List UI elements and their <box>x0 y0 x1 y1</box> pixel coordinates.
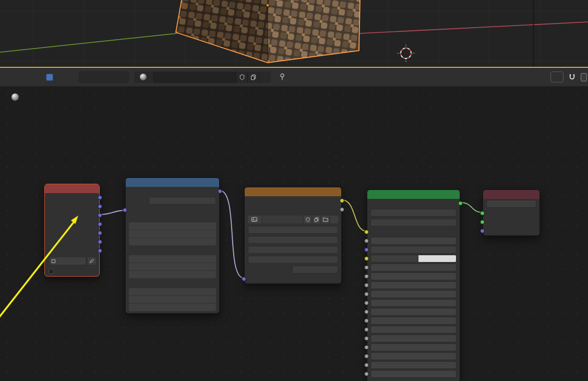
socket-float[interactable] <box>364 354 369 359</box>
source-dropdown[interactable] <box>248 256 338 264</box>
node-mapping[interactable] <box>125 177 220 314</box>
browse-image-button[interactable] <box>248 216 261 223</box>
socket-float[interactable] <box>364 292 369 296</box>
socket-float[interactable] <box>364 301 369 305</box>
socket-color[interactable] <box>340 198 344 203</box>
scale-z-field[interactable] <box>129 304 216 311</box>
new-material-button[interactable] <box>248 72 259 83</box>
socket-float[interactable] <box>364 239 369 243</box>
socket-float[interactable] <box>364 309 369 314</box>
interpolation-dropdown[interactable] <box>248 226 338 234</box>
specular-slider[interactable] <box>370 290 457 298</box>
subsurface-ior-slider[interactable] <box>370 264 457 271</box>
parent-up-button[interactable] <box>550 72 563 82</box>
metallic-slider[interactable] <box>370 281 457 289</box>
node-header[interactable] <box>245 187 341 196</box>
socket-color[interactable] <box>364 230 369 234</box>
roughness-slider[interactable] <box>370 308 457 316</box>
projection-dropdown[interactable] <box>248 236 338 244</box>
color-space-dropdown[interactable] <box>292 266 338 273</box>
location-z-field[interactable] <box>129 238 216 245</box>
rotation-y-field[interactable] <box>129 263 216 270</box>
from-instancer-checkbox[interactable] <box>49 269 54 274</box>
subsurface-slider[interactable] <box>370 237 457 245</box>
socket-shader[interactable] <box>480 211 485 216</box>
socket-color[interactable] <box>364 256 369 261</box>
socket-shader[interactable] <box>480 220 485 224</box>
node-header[interactable] <box>45 184 99 193</box>
socket-float[interactable] <box>364 336 369 341</box>
socket-vector[interactable] <box>123 208 127 212</box>
new-image-button[interactable] <box>313 216 320 223</box>
socket-float[interactable] <box>364 327 369 332</box>
socket-vector[interactable] <box>242 277 246 281</box>
anisotropic-rotation-slider[interactable] <box>370 326 457 334</box>
node-header[interactable] <box>367 190 460 199</box>
clearcoat-roughness-slider[interactable] <box>370 361 457 369</box>
extension-dropdown[interactable] <box>248 246 338 254</box>
location-x-field[interactable] <box>129 222 216 230</box>
distribution-dropdown[interactable] <box>370 209 457 217</box>
subsurface-anisotropy-slider[interactable] <box>370 272 457 280</box>
clearcoat-slider[interactable] <box>370 352 457 360</box>
socket-vector[interactable] <box>480 229 485 233</box>
socket-vector[interactable] <box>364 247 369 252</box>
mapping-type-dropdown[interactable] <box>149 197 216 205</box>
node-texture-coordinate[interactable] <box>44 184 100 277</box>
subsurface-color-swatch[interactable] <box>418 255 457 263</box>
socket-float[interactable] <box>364 274 369 279</box>
socket-vector[interactable] <box>98 222 102 227</box>
scale-y-field[interactable] <box>129 296 216 303</box>
textured-cube[interactable] <box>176 0 360 63</box>
anisotropic-slider[interactable] <box>370 317 457 325</box>
image-name-field[interactable] <box>262 216 303 223</box>
socket-float[interactable] <box>364 265 369 270</box>
fake-user-shield-button[interactable] <box>304 216 311 223</box>
fake-user-shield-button[interactable] <box>236 72 248 83</box>
node-header[interactable] <box>483 190 539 199</box>
eyedropper-button[interactable] <box>88 257 96 265</box>
socket-vector[interactable] <box>98 231 102 235</box>
overlay-options-icon[interactable] <box>581 73 587 82</box>
node-header[interactable] <box>126 178 219 187</box>
snap-magnet-icon[interactable] <box>568 73 576 81</box>
browse-material-button[interactable] <box>134 72 154 83</box>
specular-tint-slider[interactable] <box>370 299 457 307</box>
socket-vector[interactable] <box>98 240 102 244</box>
node-principled-bsdf[interactable] <box>367 189 460 381</box>
socket-float[interactable] <box>364 318 369 323</box>
subsurface-radius-dropdown[interactable] <box>370 246 457 254</box>
socket-float[interactable] <box>340 207 344 212</box>
sheen-tint-slider[interactable] <box>370 343 457 351</box>
3d-viewport[interactable] <box>0 0 588 67</box>
node-image-texture[interactable] <box>244 187 342 284</box>
socket-float[interactable] <box>364 345 369 350</box>
socket-float[interactable] <box>364 372 369 376</box>
sheen-slider[interactable] <box>370 335 457 342</box>
pin-button[interactable] <box>279 73 285 81</box>
shader-node-editor[interactable] <box>0 87 588 381</box>
socket-vector[interactable] <box>98 204 102 209</box>
material-name-field[interactable] <box>154 72 236 83</box>
socket-shader[interactable] <box>458 201 463 206</box>
material-slot-dropdown[interactable] <box>79 72 129 83</box>
rotation-z-field[interactable] <box>129 271 216 278</box>
socket-float[interactable] <box>364 283 369 288</box>
target-dropdown[interactable] <box>486 200 536 208</box>
subsurface-method-dropdown[interactable] <box>370 219 457 227</box>
socket-vector[interactable] <box>218 189 222 194</box>
socket-vector[interactable] <box>98 195 102 200</box>
unlink-image-button[interactable] <box>330 216 338 223</box>
ior-slider[interactable] <box>370 370 457 378</box>
object-field[interactable] <box>50 257 86 265</box>
scale-x-field[interactable] <box>129 288 216 295</box>
open-image-button[interactable] <box>321 216 329 223</box>
use-nodes-toggle[interactable] <box>46 74 57 81</box>
socket-float[interactable] <box>364 363 369 367</box>
unlink-material-button[interactable] <box>259 72 271 83</box>
use-nodes-checkbox[interactable] <box>46 74 53 81</box>
socket-vector[interactable] <box>98 248 102 253</box>
rotation-x-field[interactable] <box>129 255 216 263</box>
location-y-field[interactable] <box>129 230 216 237</box>
socket-vector[interactable] <box>98 213 102 218</box>
